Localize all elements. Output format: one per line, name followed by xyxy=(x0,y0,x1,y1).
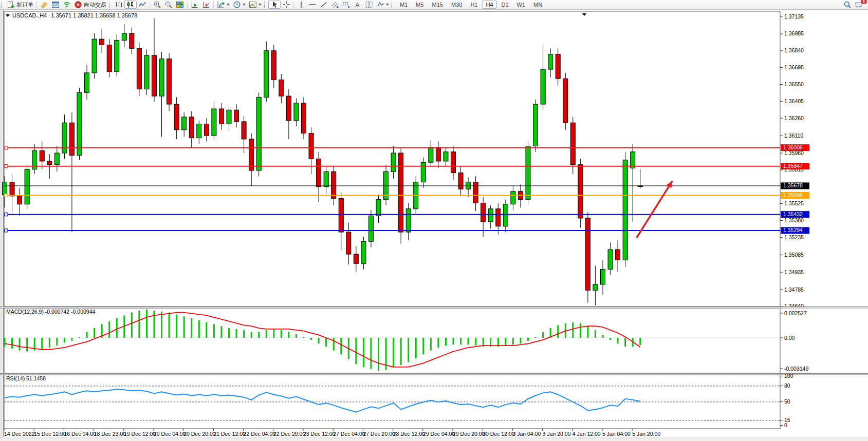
search-button[interactable] xyxy=(842,1,853,9)
svg-text:5 Jan 04:00: 5 Jan 04:00 xyxy=(602,431,631,437)
toolbar-grip[interactable] xyxy=(264,2,267,8)
periods-icon xyxy=(233,1,241,9)
trendline-tool-button[interactable] xyxy=(318,1,329,9)
zoom-out-button[interactable] xyxy=(163,1,174,9)
candle-body xyxy=(100,39,104,45)
autotrading-button[interactable]: 自动交易 xyxy=(72,1,108,9)
chat-button[interactable]: 1 xyxy=(853,1,865,9)
svg-text:27 Dec 04:00: 27 Dec 04:00 xyxy=(333,431,365,437)
timeframe-group: M1M5M15M30H1H4D1W1MN xyxy=(396,1,546,9)
chart-title[interactable]: USDCAD-,H4 1.35671 1.35821 1.35658 1.356… xyxy=(6,12,137,18)
candle-body xyxy=(17,196,22,204)
candle-body xyxy=(616,250,620,260)
timeframe-button-h4[interactable]: H4 xyxy=(482,1,496,9)
candle-body xyxy=(77,92,82,155)
highlighter-button[interactable] xyxy=(39,1,50,9)
crosshair-tool-button[interactable] xyxy=(281,1,292,9)
candle-body xyxy=(608,250,613,269)
cursor-tool-button[interactable] xyxy=(268,1,281,9)
vertical-line-tool-button[interactable] xyxy=(296,1,307,9)
toolbar-grip[interactable] xyxy=(109,2,112,8)
timeframe-button-m30[interactable]: M30 xyxy=(448,1,466,9)
svg-text:1.35596: 1.35596 xyxy=(783,192,803,198)
candle-body xyxy=(511,191,515,204)
new-order-button[interactable]: 新订单 xyxy=(5,1,35,9)
crosshair-icon xyxy=(282,1,290,9)
candle-body xyxy=(286,96,291,121)
candle-body xyxy=(436,147,440,161)
candle-body xyxy=(130,33,134,48)
chart-line-button[interactable] xyxy=(137,1,148,9)
trading-terminal-window: 新订单 自动交易 E F A T xyxy=(0,0,868,441)
svg-text:3 Jan 04:00: 3 Jan 04:00 xyxy=(512,431,541,437)
notification-badge: 1 xyxy=(861,0,867,4)
timeframe-button-m1[interactable]: M1 xyxy=(396,1,411,9)
candle-body xyxy=(219,109,224,124)
candle-body xyxy=(204,124,209,136)
autotrading-label: 自动交易 xyxy=(84,1,106,9)
svg-text:1.35678: 1.35678 xyxy=(783,182,803,188)
timeframe-button-m5[interactable]: M5 xyxy=(412,1,427,9)
svg-text:15 Dec 12:00: 15 Dec 12:00 xyxy=(34,431,66,437)
line-handle xyxy=(5,213,8,216)
chart-candles-button[interactable] xyxy=(124,1,137,9)
history-center-icon xyxy=(51,1,60,9)
candle-body xyxy=(271,51,276,80)
candle-body xyxy=(444,152,448,161)
chevron-down-icon xyxy=(386,4,389,6)
signals-icon xyxy=(63,1,71,9)
chart-shift-button[interactable] xyxy=(200,1,212,9)
svg-text:30 Dec 12:00: 30 Dec 12:00 xyxy=(483,431,515,437)
indicators-button[interactable] xyxy=(215,1,231,9)
shapes-tool-button[interactable] xyxy=(375,1,391,9)
svg-text:20 Dec 04:00: 20 Dec 04:00 xyxy=(154,431,186,437)
indicators-icon xyxy=(217,1,225,9)
zoom-out-icon xyxy=(164,1,173,9)
timeframe-button-m15[interactable]: M15 xyxy=(429,1,447,9)
text-tool-button[interactable]: A xyxy=(352,1,363,9)
periods-button[interactable] xyxy=(231,1,247,9)
timeframe-button-mn[interactable]: MN xyxy=(530,1,546,9)
timeframe-button-w1[interactable]: W1 xyxy=(513,1,529,9)
toolbar-grip[interactable] xyxy=(1,2,4,8)
history-center-button[interactable] xyxy=(50,1,61,9)
templates-button[interactable] xyxy=(247,1,263,9)
zoom-in-button[interactable] xyxy=(152,1,163,9)
candle-body xyxy=(578,165,583,218)
signals-button[interactable] xyxy=(61,1,72,9)
svg-text:27 Dec 20:00: 27 Dec 20:00 xyxy=(363,431,395,437)
label-tool-button[interactable]: T xyxy=(363,1,375,9)
line-handle xyxy=(5,165,8,168)
fibonacci-tool-button[interactable]: F xyxy=(341,1,352,9)
candle-body xyxy=(339,198,343,232)
candle-body xyxy=(189,117,194,138)
timeframe-button-h1[interactable]: H1 xyxy=(467,1,481,9)
svg-text:1.36006: 1.36006 xyxy=(783,144,803,150)
auto-scroll-button[interactable] xyxy=(189,1,200,9)
status-strip xyxy=(0,438,868,441)
candle-body xyxy=(294,103,299,121)
chart-canvas[interactable]: 1.371351.369851.368401.366951.365501.364… xyxy=(0,0,868,441)
timeframe-button-d1[interactable]: D1 xyxy=(498,1,512,9)
toolbar-grip[interactable] xyxy=(392,2,394,8)
candle-body xyxy=(451,152,456,173)
horizontal-line-tool-button[interactable] xyxy=(307,1,318,9)
chart-shift-icon xyxy=(202,1,210,9)
tile-windows-icon xyxy=(176,1,184,9)
shapes-icon xyxy=(376,1,384,9)
chart-bars-button[interactable] xyxy=(113,1,124,9)
toolbar-separator xyxy=(150,1,150,8)
candle-body xyxy=(309,133,313,159)
tile-windows-button[interactable] xyxy=(174,1,186,9)
channel-tool-button[interactable]: E xyxy=(329,1,341,9)
candle-body xyxy=(361,241,366,263)
candle-body xyxy=(264,51,269,98)
candle-body xyxy=(421,162,426,182)
candle-body xyxy=(317,159,321,186)
candle-body xyxy=(503,204,508,226)
candle-body xyxy=(376,200,381,216)
toolbar-separator xyxy=(213,1,214,8)
line-handle xyxy=(5,194,8,197)
candle-body xyxy=(585,218,590,290)
svg-text:F: F xyxy=(348,6,350,9)
